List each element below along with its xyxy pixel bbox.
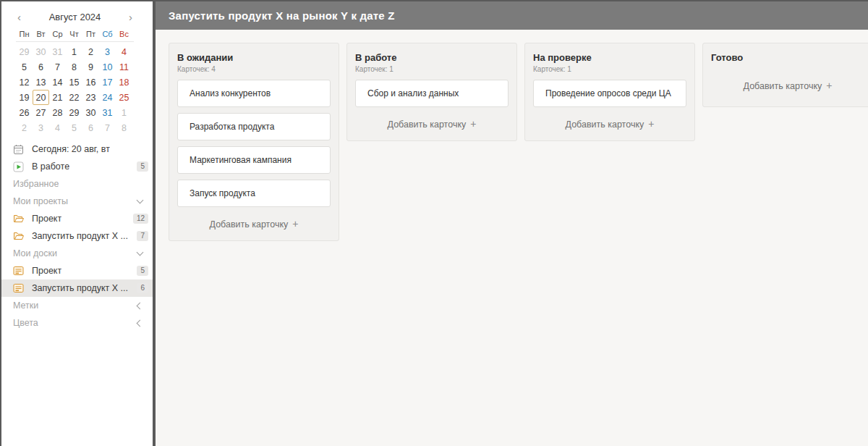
sidebar-item-my-projects[interactable]: Мои проекты [1,193,153,210]
calendar-icon [13,144,25,155]
calendar-day[interactable]: 25 [116,90,132,105]
calendar-day[interactable]: 2 [82,44,99,59]
calendar-day[interactable]: 15 [66,75,82,90]
calendar-day[interactable]: 29 [66,105,82,120]
calendar-day[interactable]: 17 [99,75,116,90]
board-icon [13,283,25,294]
calendar-day[interactable]: 8 [66,59,82,75]
sidebar-item-project-folder[interactable]: Проект12 [1,210,153,227]
calendar-weekday-row: ПнВтСрЧтПтСбВс [16,30,134,42]
kanban-card[interactable]: Сбор и анализ данных [355,80,509,107]
sidebar-list: Сегодня: 20 авг, втВ работе5ИзбранноеМои… [1,140,153,332]
column-done: ГотовоДобавить карточку+ [702,43,868,107]
calendar-day[interactable]: 9 [82,59,99,75]
kanban-card[interactable]: Разработка продукта [177,113,331,140]
sidebar: ‹ Август 2024 › ПнВтСрЧтПтСбВс 293031123… [1,1,153,446]
calendar-day[interactable]: 7 [99,120,116,135]
sidebar-item-project-board[interactable]: Проект5 [1,262,153,279]
calendar-day[interactable]: 27 [33,105,49,120]
sidebar-item-label: Мои проекты [13,196,68,206]
calendar-day[interactable]: 3 [33,120,49,135]
kanban-card[interactable]: Проведение опросов среди ЦА [533,80,686,107]
calendar-day[interactable]: 8 [116,120,132,135]
chevron-left-icon[interactable] [137,319,144,327]
sidebar-item-launch-product-board[interactable]: Запустить продукт X ...6 [1,279,153,297]
count-badge: 5 [137,161,148,172]
plus-icon: + [826,80,832,91]
calendar-day[interactable]: 12 [16,75,33,90]
calendar-day[interactable]: 2 [16,120,33,135]
card-list: Проведение опросов среди ЦА [533,80,686,107]
sidebar-item-colors[interactable]: Цвета [1,314,153,332]
chevron-down-icon[interactable] [137,249,144,256]
sidebar-item-label: Мои доски [13,248,57,258]
calendar-day[interactable]: 4 [49,120,66,135]
calendar-day[interactable]: 14 [49,75,66,90]
calendar-day[interactable]: 6 [33,59,49,75]
calendar-day[interactable]: 16 [82,75,99,90]
calendar-day[interactable]: 4 [116,44,132,59]
calendar: ‹ Август 2024 › ПнВтСрЧтПтСбВс 293031123… [1,1,153,135]
sidebar-item-label: Запустить продукт X ... [32,231,128,241]
add-card-button[interactable]: Добавить карточку+ [177,216,331,232]
kanban-card[interactable]: Запуск продукта [177,180,331,207]
calendar-day[interactable]: 29 [16,44,33,59]
count-badge: 5 [137,266,148,276]
calendar-grid: 2930311234567891011121314151617181920212… [16,44,134,135]
sidebar-item-label: Цвета [13,318,38,328]
calendar-day[interactable]: 30 [82,105,99,120]
calendar-prev-icon[interactable]: ‹ [16,12,22,22]
calendar-day[interactable]: 10 [99,59,116,75]
folder-icon [13,214,25,224]
column-card-count: Карточек: 1 [533,65,686,73]
calendar-day[interactable]: 26 [16,105,33,120]
weekday-label: Вс [116,30,132,38]
sidebar-item-tags[interactable]: Метки [1,297,153,314]
calendar-day[interactable]: 19 [16,90,33,105]
card-list: Сбор и анализ данных [355,80,509,107]
sidebar-item-label: Сегодня: 20 авг, вт [32,144,110,154]
add-card-label: Добавить карточку [388,119,467,130]
kanban-card[interactable]: Анализ конкурентов [177,80,331,107]
calendar-day-selected[interactable]: 20 [33,90,49,105]
calendar-day[interactable]: 6 [82,120,99,135]
kanban-card[interactable]: Маркетинговая кампания [177,146,331,174]
sidebar-item-today[interactable]: Сегодня: 20 авг, вт [1,140,153,158]
add-card-button[interactable]: Добавить карточку+ [711,77,864,93]
calendar-day[interactable]: 1 [66,44,82,59]
chevron-left-icon[interactable] [137,302,144,309]
column-pending: В ожиданииКарточек: 4Анализ конкурентовР… [169,43,339,241]
chevron-down-icon[interactable] [137,197,144,204]
calendar-day[interactable]: 5 [66,120,82,135]
column-card-count: Карточек: 1 [355,65,509,73]
weekday-label: Чт [66,30,82,38]
sidebar-item-launch-product-folder[interactable]: Запустить продукт X ...7 [1,227,153,245]
calendar-day[interactable]: 22 [66,90,82,105]
calendar-day[interactable]: 31 [49,44,66,59]
calendar-day[interactable]: 3 [99,44,116,59]
calendar-day[interactable]: 24 [99,90,116,105]
plus-icon: + [648,118,654,130]
sidebar-item-in-work[interactable]: В работе5 [1,158,153,175]
count-badge: 7 [137,231,148,241]
calendar-day[interactable]: 5 [16,59,33,75]
add-card-button[interactable]: Добавить карточку+ [355,116,509,132]
calendar-day[interactable]: 31 [99,105,116,120]
calendar-day[interactable]: 18 [116,75,132,90]
calendar-day[interactable]: 21 [49,90,66,105]
calendar-title: Август 2024 [49,12,101,22]
calendar-day[interactable]: 1 [116,105,132,120]
calendar-day[interactable]: 30 [33,44,49,59]
sidebar-item-my-boards[interactable]: Мои доски [1,245,153,262]
sidebar-item-favorites[interactable]: Избранное [1,175,153,193]
add-card-button[interactable]: Добавить карточку+ [533,116,686,132]
calendar-day[interactable]: 7 [49,59,66,75]
calendar-day[interactable]: 23 [82,90,99,105]
add-card-label: Добавить карточку [744,81,822,91]
sidebar-item-label: Проект [32,214,61,224]
calendar-next-icon[interactable]: › [127,12,134,22]
calendar-day[interactable]: 28 [49,105,66,120]
calendar-day[interactable]: 11 [116,59,132,75]
plus-icon: + [470,118,476,130]
calendar-day[interactable]: 13 [33,75,49,90]
